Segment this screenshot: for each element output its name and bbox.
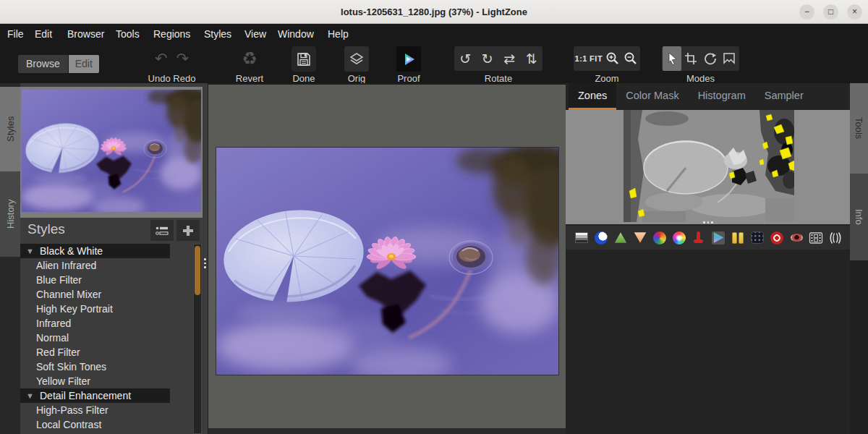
zoom-1to1-button[interactable]: 1:1 [575, 54, 587, 63]
flip-vertical-icon[interactable]: ⇅ [526, 51, 537, 67]
dust-removal-icon[interactable] [750, 231, 765, 245]
hue-saturation-icon[interactable] [652, 231, 667, 245]
done-button[interactable] [292, 46, 316, 72]
list-icon [154, 224, 170, 238]
tab-styles[interactable]: Styles [0, 87, 20, 171]
undo-icon[interactable]: ↶ [155, 46, 168, 71]
plus-icon [181, 224, 195, 238]
divider-grip-icon [204, 258, 206, 268]
zoom-out-icon[interactable] [623, 51, 639, 67]
revert-label: Revert [231, 73, 268, 84]
zone-mapper-icon[interactable] [574, 231, 589, 245]
tab-sampler[interactable]: Sampler [755, 83, 813, 110]
proof-label: Proof [393, 73, 425, 84]
menu-file[interactable]: File [7, 24, 24, 45]
style-item[interactable]: Channel Mixer [20, 287, 203, 302]
titlebar: lotus-1205631_1280.jpg (37%) - LightZone… [0, 0, 868, 24]
flip-horizontal-icon[interactable]: ⇄ [503, 51, 515, 67]
undo-redo-label: Undo Redo [141, 73, 203, 84]
revert-icon[interactable]: ♻ [242, 46, 258, 71]
editor-bottom-strip [208, 428, 566, 434]
rotate-left-icon[interactable]: ↺ [459, 51, 471, 67]
toolbar: Browse Edit ↶ ↷ Undo Redo ♻ Revert [0, 45, 868, 83]
style-item[interactable]: Normal [20, 331, 203, 345]
styles-scrollbar[interactable] [193, 244, 202, 434]
rotate-mode-button[interactable] [701, 46, 720, 71]
gamut-icon [400, 51, 417, 68]
menu-styles[interactable]: Styles [204, 24, 231, 45]
menu-browser[interactable]: Browser [67, 24, 104, 45]
rotate-label: Rotate [454, 73, 542, 84]
gaussian-blur-icon[interactable] [633, 231, 647, 245]
color-balance-icon[interactable] [672, 231, 686, 245]
vignette-icon[interactable] [828, 231, 843, 245]
window-title: lotus-1205631_1280.jpg (37%) - LightZone [341, 7, 527, 17]
browse-edit-toggle: Browse Edit [18, 55, 99, 73]
browse-button[interactable]: Browse [18, 55, 68, 73]
white-point-icon[interactable] [692, 231, 706, 245]
modes-label: Modes [662, 73, 739, 84]
region-mode-button[interactable] [720, 46, 739, 71]
menubar: File Edit Browser Tools Regions Styles V… [0, 24, 868, 45]
black-and-white-icon[interactable] [711, 231, 726, 245]
menu-window[interactable]: Window [278, 24, 314, 45]
tab-zones[interactable]: Zones [569, 83, 616, 110]
add-style-button[interactable] [176, 220, 200, 241]
film-grain-icon[interactable] [809, 231, 823, 245]
style-item[interactable]: Red Filter [20, 345, 203, 359]
red-eye-icon[interactable] [770, 231, 784, 245]
tab-tools[interactable]: Tools [850, 83, 868, 174]
save-icon [295, 51, 312, 68]
layers-icon [348, 51, 365, 68]
style-item[interactable]: Infrared [20, 316, 203, 331]
menu-edit[interactable]: Edit [35, 24, 52, 45]
right-tab-strip: Tools Info [850, 83, 868, 434]
tab-history[interactable]: History [0, 171, 20, 257]
style-category[interactable]: ▼Black & White [20, 244, 170, 258]
style-options-button[interactable] [150, 220, 174, 241]
crop-mode-button[interactable] [682, 46, 701, 71]
minimize-button[interactable]: − [799, 4, 814, 20]
orig-label: Orig [341, 73, 373, 84]
zoom-fit-button[interactable]: FIT [590, 54, 603, 63]
cursor-icon [665, 51, 679, 66]
style-item[interactable]: Blue Filter [20, 273, 203, 287]
menu-view[interactable]: View [244, 24, 266, 45]
style-category[interactable]: ▼Detail Enhancement [20, 388, 170, 403]
styles-scrollbar-thumb[interactable] [195, 246, 200, 295]
relight-icon[interactable] [594, 231, 608, 245]
menu-tools[interactable]: Tools [116, 24, 140, 45]
sharpen-icon[interactable] [613, 231, 628, 245]
styles-list: ▼Black & White Alien Infrared Blue Filte… [20, 244, 203, 434]
style-item[interactable]: Local Contrast [20, 417, 203, 432]
left-panel-divider[interactable] [203, 83, 208, 434]
zoom-in-icon[interactable] [605, 51, 621, 67]
style-item[interactable]: High Key Portrait [20, 302, 203, 316]
redo-icon[interactable]: ↷ [176, 46, 190, 71]
style-item[interactable]: High-Pass Filter [20, 403, 203, 417]
edit-button[interactable]: Edit [69, 55, 99, 73]
tab-color-mask[interactable]: Color Mask [616, 83, 688, 110]
style-item[interactable]: Alien Infrared [20, 258, 203, 273]
proof-button[interactable] [396, 46, 421, 72]
close-button[interactable]: × [847, 4, 862, 20]
orig-button[interactable] [344, 46, 369, 72]
style-item[interactable]: Yellow Filter [20, 374, 203, 388]
menu-regions[interactable]: Regions [153, 24, 190, 45]
arrow-mode-button[interactable] [663, 46, 681, 71]
edited-photo[interactable] [216, 148, 558, 375]
preview-thumbnail [20, 87, 203, 218]
tool-strip [566, 226, 850, 250]
toolstrip-grip-icon[interactable] [703, 221, 713, 224]
noise-reduction-icon[interactable] [731, 231, 745, 245]
rotate-right-icon[interactable]: ↻ [482, 51, 493, 67]
menu-help[interactable]: Help [328, 24, 349, 45]
tab-info[interactable]: Info [850, 174, 868, 260]
editor-canvas[interactable] [208, 83, 566, 434]
clone-icon[interactable] [789, 231, 804, 245]
tools-panel: Zones Color Mask Histogram Sampler [566, 83, 850, 434]
tab-histogram[interactable]: Histogram [689, 83, 755, 110]
left-tab-strip: Styles History [0, 83, 20, 434]
maximize-button[interactable]: □ [823, 4, 838, 20]
style-item[interactable]: Soft Skin Tones [20, 359, 203, 374]
